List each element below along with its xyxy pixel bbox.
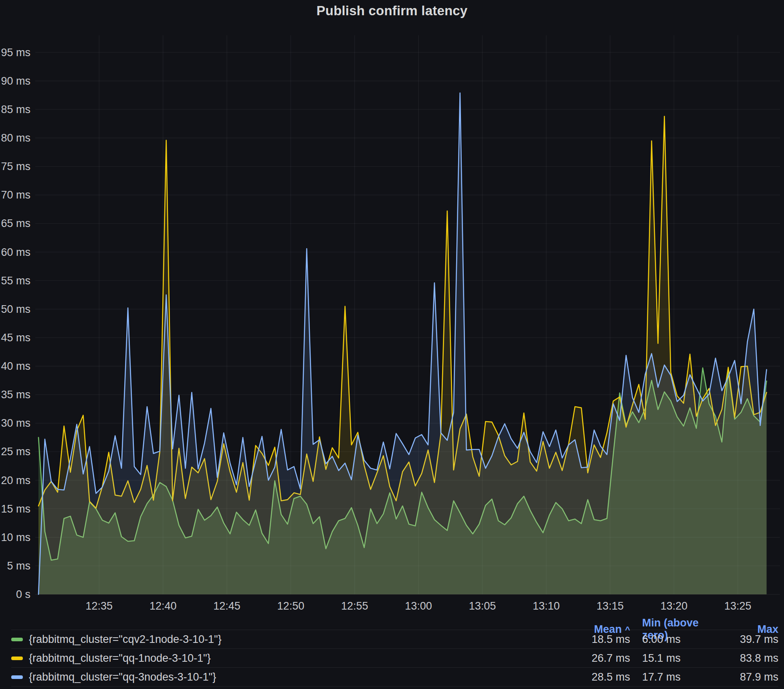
latency-time-series-chart[interactable]: 0 s5 ms10 ms15 ms20 ms25 ms30 ms35 ms40 … [0, 23, 784, 617]
y-axis-tick-label: 50 ms [1, 303, 30, 315]
y-axis-tick-label: 45 ms [1, 332, 30, 344]
grafana-panel: Publish confirm latency 0 s5 ms10 ms15 m… [0, 0, 784, 689]
panel-title[interactable]: Publish confirm latency [0, 3, 784, 18]
x-axis-tick-label: 13:25 [724, 600, 752, 612]
legend-max-value: 87.9 ms [716, 671, 778, 683]
y-axis-tick-label: 25 ms [1, 446, 30, 458]
legend-min-value: 17.7 ms [630, 671, 716, 683]
x-axis-tick-label: 13:15 [596, 600, 624, 612]
y-axis-tick-label: 35 ms [1, 389, 30, 401]
legend-series-label: {rabbitmq_cluster="qq-1node-3-10-1"} [29, 652, 211, 665]
legend-max-value: 83.8 ms [716, 652, 778, 665]
legend-min-value: 15.1 ms [630, 652, 716, 665]
legend-mean-value: 28.5 ms [562, 671, 630, 683]
legend-mean-value: 18.5 ms [562, 633, 630, 646]
series-swatch-yellow [11, 657, 23, 660]
x-axis-tick-label: 13:05 [469, 600, 496, 612]
x-axis-tick-label: 12:45 [213, 600, 240, 612]
x-axis-tick-label: 13:10 [533, 600, 560, 612]
series-swatch-blue [11, 675, 23, 679]
legend-table: Mean^ Min (above zero) Max {rabbitmq_clu… [0, 617, 784, 689]
legend-header-row: Mean^ Min (above zero) Max [11, 617, 778, 630]
x-axis-tick-label: 13:20 [661, 600, 688, 612]
legend-series-toggle[interactable]: {rabbitmq_cluster="cqv2-1node-3-10-1"} [11, 633, 562, 646]
x-axis-tick-label: 12:50 [277, 600, 305, 612]
y-axis-tick-label: 55 ms [1, 275, 30, 287]
legend-series-label: {rabbitmq_cluster="qq-3nodes-3-10-1"} [29, 671, 216, 683]
legend-series-toggle[interactable]: {rabbitmq_cluster="qq-1node-3-10-1"} [11, 652, 562, 665]
y-axis-tick-label: 65 ms [1, 217, 30, 229]
x-axis-tick-label: 12:55 [341, 600, 368, 612]
legend-max-value: 39.7 ms [716, 633, 778, 646]
y-axis-tick-label: 60 ms [1, 246, 30, 258]
legend-series-label: {rabbitmq_cluster="cqv2-1node-3-10-1"} [29, 633, 222, 646]
y-axis-tick-label: 70 ms [1, 189, 30, 201]
series-swatch-green [11, 638, 23, 641]
x-axis-tick-label: 13:00 [405, 600, 432, 612]
x-axis-tick-label: 12:40 [150, 600, 177, 612]
y-axis-tick-label: 80 ms [1, 132, 30, 144]
y-axis-tick-label: 20 ms [1, 474, 30, 486]
y-axis-tick-label: 30 ms [1, 417, 30, 429]
x-axis-tick-label: 12:35 [86, 600, 113, 612]
y-axis-tick-label: 90 ms [1, 75, 30, 87]
legend-min-value: 6.00 ms [630, 633, 716, 646]
y-axis-tick-label: 95 ms [1, 47, 30, 59]
legend-row-qq-3nodes: {rabbitmq_cluster="qq-3nodes-3-10-1"} 28… [11, 667, 778, 687]
y-axis-tick-label: 0 s [16, 588, 30, 600]
y-axis-tick-label: 40 ms [1, 360, 30, 372]
y-axis-tick-label: 15 ms [1, 503, 30, 515]
legend-series-toggle[interactable]: {rabbitmq_cluster="qq-3nodes-3-10-1"} [11, 671, 562, 683]
legend-mean-value: 26.7 ms [562, 652, 630, 665]
y-axis-tick-label: 5 ms [7, 560, 30, 572]
legend-row-qq-1node: {rabbitmq_cluster="qq-1node-3-10-1"} 26.… [11, 648, 778, 667]
y-axis-tick-label: 85 ms [1, 103, 30, 116]
y-axis-tick-label: 75 ms [1, 160, 30, 172]
y-axis-tick-label: 10 ms [1, 531, 30, 543]
